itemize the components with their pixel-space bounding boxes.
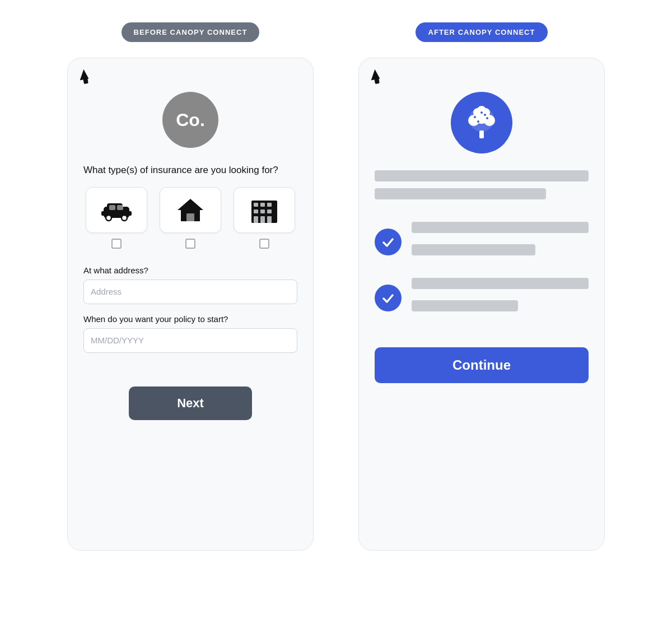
info-text-block-1 [412,222,589,262]
svg-rect-9 [186,213,194,221]
date-section: When do you want your policy to start? M… [83,314,297,353]
checkmark-icon-1 [381,235,395,249]
svg-point-31 [477,120,479,123]
date-label: When do you want your policy to start? [83,314,297,324]
info-bar-1a [412,222,589,233]
svg-point-2 [106,215,111,221]
info-bar-2b [412,300,518,311]
after-badge: AFTER CANOPY CONNECT [416,22,547,42]
svg-point-30 [486,117,488,119]
next-button[interactable]: Next [129,386,252,420]
checkmark-icon-2 [381,291,395,305]
svg-point-28 [474,116,476,118]
svg-rect-16 [267,209,272,213]
svg-rect-12 [260,203,265,207]
after-panel: AFTER CANOPY CONNECT [353,22,610,551]
insurance-option-commercial [231,187,297,249]
insurance-option-home [157,187,223,249]
building-icon [249,195,279,225]
svg-point-32 [484,114,486,116]
auto-checkbox[interactable] [111,239,122,249]
date-input[interactable]: MM/DD/YYYY [83,328,297,353]
svg-rect-21 [479,131,484,138]
header-bar-2 [375,188,546,199]
svg-rect-15 [260,209,265,213]
address-placeholder: Address [91,287,122,296]
home-icon-box[interactable] [160,187,221,233]
insurance-question-label: What type(s) of insurance are you lookin… [83,164,297,177]
svg-rect-4 [101,211,106,216]
info-row-2 [375,278,589,318]
svg-rect-13 [267,203,272,207]
after-phone-frame: Continue [358,58,605,551]
address-label: At what address? [83,266,297,275]
before-panel: BEFORE CANOPY CONNECT Co. What type(s) o… [62,22,319,551]
date-placeholder: MM/DD/YYYY [91,336,144,345]
svg-rect-14 [254,209,258,213]
svg-rect-11 [254,203,258,207]
main-container: BEFORE CANOPY CONNECT Co. What type(s) o… [0,0,672,551]
address-section: At what address? Address [83,266,297,304]
home-checkbox[interactable] [185,239,195,249]
info-text-block-2 [412,278,589,318]
svg-rect-19 [267,216,272,223]
svg-rect-5 [127,211,132,216]
address-input[interactable]: Address [83,280,297,304]
commercial-icon-box[interactable] [234,187,295,233]
header-text-bars [375,170,589,206]
cursor-icon [78,69,89,81]
info-row-1 [375,222,589,262]
company-logo-text: Co. [176,110,205,131]
svg-point-29 [480,111,483,114]
continue-button[interactable]: Continue [375,347,589,383]
header-bar-1 [375,170,589,181]
info-bar-2a [412,278,589,289]
svg-rect-18 [260,216,265,223]
svg-rect-7 [117,205,123,210]
before-phone-frame: Co. What type(s) of insurance are you lo… [67,58,314,551]
svg-rect-17 [254,216,258,223]
info-bar-1b [412,244,535,255]
insurance-options-container [83,187,297,249]
insurance-option-auto [83,187,150,249]
svg-rect-6 [109,205,115,210]
check-circle-2 [375,285,402,311]
after-cursor-icon [370,69,380,81]
svg-point-3 [122,215,127,221]
check-circle-1 [375,229,402,255]
canopy-logo [451,92,512,153]
before-badge: BEFORE CANOPY CONNECT [122,22,260,42]
commercial-checkbox[interactable] [259,239,269,249]
info-rows-container [375,222,589,318]
car-icon [101,195,132,225]
continue-button-label: Continue [452,357,511,373]
tree-icon [463,104,501,142]
auto-icon-box[interactable] [86,187,147,233]
next-button-label: Next [177,396,204,411]
home-icon [175,195,206,225]
company-logo: Co. [162,92,218,148]
